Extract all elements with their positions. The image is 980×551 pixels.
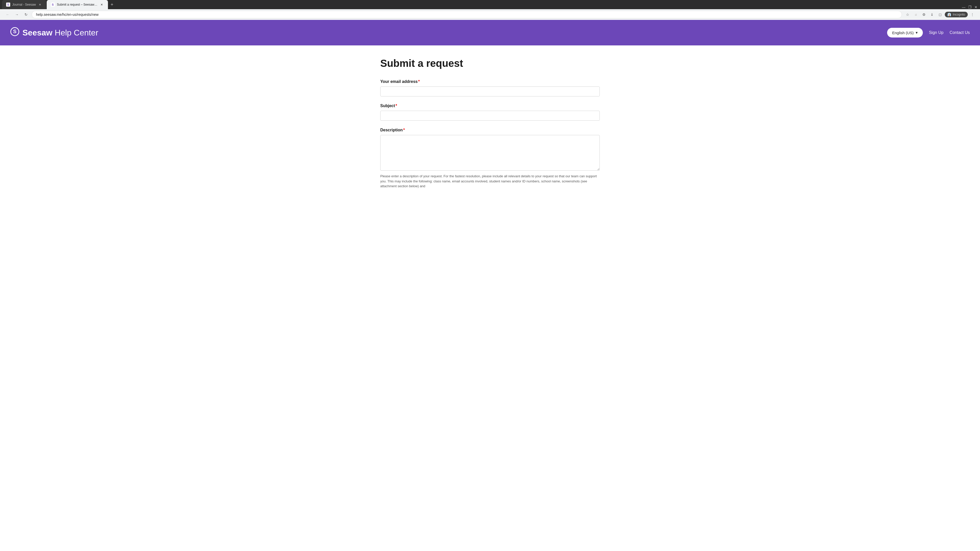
menu-button[interactable]: ⋮ <box>969 11 976 18</box>
email-form-group: Your email address* <box>380 79 600 97</box>
page-content: S Seesaw Help Center English (US) ▾ Sign… <box>0 20 980 208</box>
email-required-indicator: * <box>418 79 420 84</box>
svg-text:S: S <box>13 29 16 34</box>
address-bar: ← → ↻ help.seesaw.me/hc/en-us/requests/n… <box>0 9 980 20</box>
minimize-button[interactable]: — <box>962 5 966 9</box>
email-input[interactable] <box>380 86 600 97</box>
tab1-close-button[interactable]: ✕ <box>38 3 42 6</box>
tab-journal-seesaw[interactable]: S Journal - Seesaw ✕ <box>2 0 46 9</box>
signup-link[interactable]: Sign Up <box>929 30 943 35</box>
window-controls: — ❐ ✕ <box>962 5 978 9</box>
tab-bar: S Journal - Seesaw ✕ S Submit a request … <box>0 0 980 9</box>
address-actions: ☆ ◽ ⚙ ⇓ ◻ 👔 Incognito ⋮ <box>904 11 976 18</box>
page-title: Submit a request <box>380 58 600 69</box>
back-button[interactable]: ← <box>4 11 11 18</box>
extensions-button[interactable]: ◽ <box>912 11 919 18</box>
description-required-indicator: * <box>403 128 405 132</box>
new-tab-button[interactable]: + <box>108 1 116 8</box>
description-hint: Please enter a description of your reque… <box>380 174 600 189</box>
tab1-favicon: S <box>6 3 10 6</box>
subject-required-indicator: * <box>396 103 397 108</box>
reload-button[interactable]: ↻ <box>22 11 30 18</box>
header-nav: English (US) ▾ Sign Up Contact Us <box>887 28 970 38</box>
main-content: Submit a request Your email address* Sub… <box>375 45 605 208</box>
maximize-button[interactable]: ❐ <box>968 5 972 9</box>
subject-input[interactable] <box>380 111 600 121</box>
url-bar[interactable]: help.seesaw.me/hc/en-us/requests/new <box>32 11 902 18</box>
browser-chrome: S Journal - Seesaw ✕ S Submit a request … <box>0 0 980 20</box>
tab1-title: Journal - Seesaw <box>12 3 36 6</box>
description-label: Description* <box>380 128 600 132</box>
site-header: S Seesaw Help Center English (US) ▾ Sign… <box>0 20 980 45</box>
subject-form-group: Subject* <box>380 103 600 121</box>
tab-submit-request[interactable]: S Submit a request – Seesaw Hel... ✕ <box>47 0 108 9</box>
split-screen-button[interactable]: ◻ <box>937 11 944 18</box>
email-label: Your email address* <box>380 79 600 84</box>
bookmark-button[interactable]: ☆ <box>904 11 911 18</box>
incognito-badge[interactable]: 👔 Incognito <box>945 12 968 17</box>
subject-label: Subject* <box>380 103 600 108</box>
logo-container[interactable]: S Seesaw Help Center <box>10 27 98 38</box>
lang-label: English (US) <box>892 30 914 35</box>
customize-button[interactable]: ⚙ <box>920 11 928 18</box>
seesaw-logo-icon: S <box>10 27 19 38</box>
description-form-group: Description* Please enter a description … <box>380 128 600 189</box>
url-text: help.seesaw.me/hc/en-us/requests/new <box>36 13 897 17</box>
download-button[interactable]: ⇓ <box>928 11 935 18</box>
incognito-label: Incognito <box>953 13 965 16</box>
tab2-title: Submit a request – Seesaw Hel... <box>57 3 98 6</box>
forward-button[interactable]: → <box>13 11 21 18</box>
tab2-close-button[interactable]: ✕ <box>100 3 104 6</box>
incognito-icon: 👔 <box>947 13 951 16</box>
chevron-down-icon: ▾ <box>916 30 918 35</box>
logo-text: Seesaw Help Center <box>22 28 98 38</box>
tab2-favicon: S <box>51 3 55 6</box>
close-window-button[interactable]: ✕ <box>974 5 978 9</box>
language-selector[interactable]: English (US) ▾ <box>887 28 923 38</box>
description-textarea[interactable] <box>380 135 600 171</box>
contact-us-link[interactable]: Contact Us <box>950 30 970 35</box>
